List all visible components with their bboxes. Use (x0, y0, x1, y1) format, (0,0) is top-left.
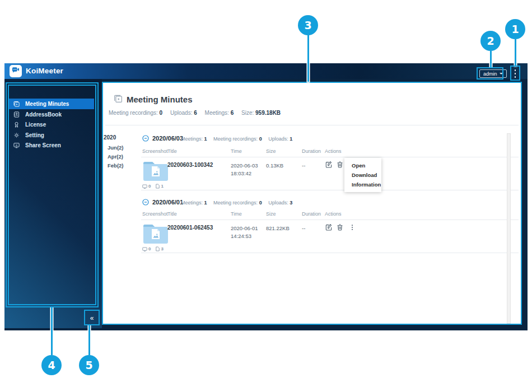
meta-label: Meetings: (181, 200, 203, 206)
delete-icon[interactable] (336, 161, 344, 169)
meta-value: 1 (204, 136, 207, 142)
callout-line-4 (51, 307, 53, 355)
group-meta: Meetings: 1 Meeting recordings: 0 Upload… (181, 200, 297, 206)
meta-label: Uploads: (268, 200, 288, 206)
app-title: KoiMeeter (26, 67, 63, 75)
callout-line-5 (88, 325, 90, 355)
column-title: Title (167, 148, 177, 154)
meta-label: Meetings: (181, 136, 203, 142)
collapse-circle-icon[interactable] (142, 198, 150, 208)
thumbnail-counters: 0 1 (142, 184, 164, 189)
time-date: 2020-06-01 (231, 225, 258, 232)
divider (141, 253, 519, 253)
file-counter: 3 (156, 246, 163, 251)
actions-context-menu: Open Download Information (344, 158, 381, 192)
more-actions-icon[interactable] (348, 223, 356, 231)
time-clock: 14:24:53 (231, 232, 258, 240)
tree-month-feb[interactable]: Feb(2) (108, 162, 124, 169)
meta-value: 1 (290, 136, 292, 142)
stat-label: Meetings: (205, 110, 229, 116)
screenshot-counter: 0 (142, 184, 151, 189)
meta-value: 3 (290, 200, 292, 206)
divider (141, 157, 519, 157)
recording-size: 0.13KB (266, 162, 283, 170)
divider (141, 190, 519, 190)
folder-thumbnail[interactable] (142, 222, 169, 247)
menu-item-information[interactable]: Information (344, 180, 381, 189)
tree-month-apr[interactable]: Apr(2) (108, 153, 123, 160)
edit-icon[interactable] (325, 161, 333, 169)
highlight-box-collapse (84, 310, 100, 325)
meta-label: Meeting recordings: (213, 200, 258, 206)
stat-value: 959.18KB (255, 110, 281, 116)
file-count: 3 (161, 246, 163, 251)
recording-title: 20200603-100342 (167, 162, 213, 168)
column-size: Size (266, 148, 276, 154)
tree-year-2020[interactable]: 2020 (104, 134, 116, 141)
edit-icon[interactable] (325, 223, 333, 231)
file-counter: 1 (156, 184, 163, 189)
stat-value: 6 (231, 110, 234, 116)
column-actions: Actions (325, 148, 342, 154)
column-size: Size (266, 211, 276, 217)
folder-thumbnail[interactable] (142, 160, 169, 184)
group-meta: Meetings: 1 Meeting recordings: 0 Upload… (181, 136, 297, 142)
meta-value: 0 (259, 200, 262, 206)
top-bar (4, 63, 528, 79)
column-title: Title (167, 211, 177, 217)
menu-item-download[interactable]: Download (344, 170, 381, 180)
group-date: 2020/06/01 (152, 199, 183, 206)
callout-badge-3: 3 (298, 15, 318, 35)
callout-line-3 (307, 35, 309, 82)
delete-icon[interactable] (336, 223, 344, 231)
file-count: 1 (161, 184, 163, 189)
column-time: Time (231, 211, 242, 217)
time-clock: 18:03:42 (231, 170, 258, 178)
divider (105, 125, 519, 125)
highlight-box-sidebar (6, 82, 99, 307)
meta-value: 1 (204, 200, 207, 206)
recording-duration: -- (302, 162, 305, 170)
screenshot-counter: 0 (142, 246, 151, 251)
callout-line-2 (490, 51, 492, 67)
meta-value: 0 (259, 136, 262, 142)
column-duration: Duration (302, 211, 321, 217)
column-duration: Duration (302, 148, 321, 154)
recording-title: 20200601-062453 (167, 225, 213, 231)
meta-label: Uploads: (268, 136, 288, 142)
stat-value: 0 (160, 110, 163, 116)
app-logo (10, 65, 22, 77)
screenshot-count: 0 (148, 184, 151, 189)
collapse-circle-icon[interactable] (142, 134, 150, 144)
menu-item-open[interactable]: Open (344, 161, 381, 170)
callout-badge-1: 1 (505, 19, 525, 39)
main-content: Meeting Minutes Meeting recordings: 0 Up… (102, 82, 522, 325)
thumbnail-counters: 0 3 (142, 246, 164, 251)
koimeeter-logo-icon (11, 66, 20, 77)
stat-label: Size: (241, 110, 254, 116)
column-screenshot: Screenshot (142, 211, 168, 217)
time-date: 2020-06-03 (231, 162, 258, 170)
vertical-scrollbar[interactable] (507, 133, 511, 324)
callout-line-1 (515, 39, 516, 66)
callout-badge-5: 5 (79, 355, 99, 375)
meta-label: Meeting recordings: (213, 136, 258, 142)
callout-badge-2: 2 (480, 31, 501, 51)
divider (141, 220, 519, 220)
stat-label: Uploads: (170, 110, 192, 116)
column-screenshot: Screenshot (142, 148, 168, 154)
recording-time: 2020-06-01 14:24:53 (231, 225, 258, 240)
highlight-box-admin (477, 67, 503, 80)
column-time: Time (231, 148, 242, 154)
screenshot-count: 0 (148, 246, 151, 251)
stat-value: 6 (194, 110, 197, 116)
recording-time: 2020-06-03 18:03:42 (231, 162, 258, 177)
tree-month-jun[interactable]: Jun(2) (108, 144, 124, 151)
recording-size: 821.22KB (266, 225, 290, 232)
stat-label: Meeting recordings: (109, 110, 158, 116)
highlight-box-overflow-menu (510, 66, 520, 81)
recording-duration: -- (302, 225, 305, 232)
page-title: Meeting Minutes (127, 95, 193, 104)
group-date: 2020/06/03 (152, 135, 183, 142)
meeting-minutes-header-icon (113, 94, 123, 106)
